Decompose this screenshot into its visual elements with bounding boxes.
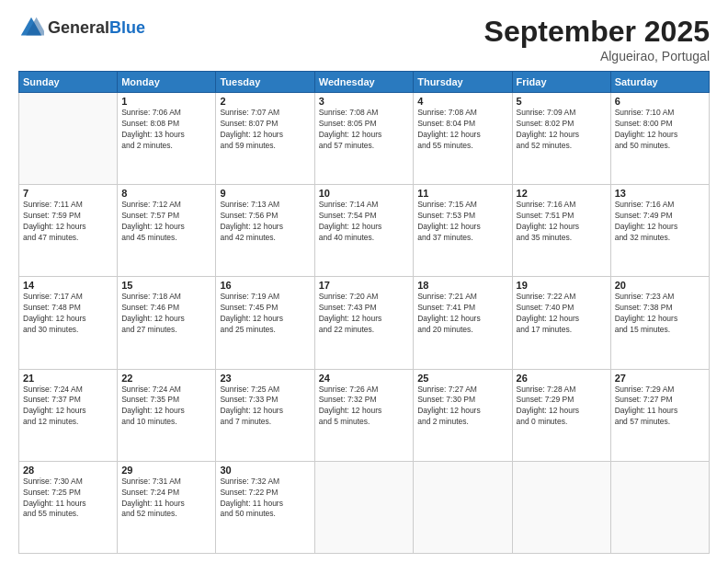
day-info: Sunrise: 7:27 AM Sunset: 7:30 PM Dayligh… (417, 385, 507, 429)
day-number: 26 (517, 373, 607, 384)
day-info: Sunrise: 7:16 AM Sunset: 7:49 PM Dayligh… (615, 200, 705, 244)
day-of-week-header: Sunday (19, 72, 118, 93)
day-number: 18 (417, 280, 507, 291)
calendar-cell: 24Sunrise: 7:26 AM Sunset: 7:32 PM Dayli… (314, 369, 413, 461)
day-number: 9 (220, 188, 310, 199)
calendar-week-row: 7Sunrise: 7:11 AM Sunset: 7:59 PM Daylig… (19, 185, 710, 277)
calendar-cell: 16Sunrise: 7:19 AM Sunset: 7:45 PM Dayli… (216, 277, 314, 369)
day-info: Sunrise: 7:14 AM Sunset: 7:54 PM Dayligh… (319, 200, 409, 244)
day-info: Sunrise: 7:24 AM Sunset: 7:35 PM Dayligh… (121, 385, 211, 429)
day-number: 3 (319, 96, 409, 107)
calendar-cell: 19Sunrise: 7:22 AM Sunset: 7:40 PM Dayli… (512, 277, 610, 369)
calendar-cell (19, 93, 118, 185)
day-info: Sunrise: 7:22 AM Sunset: 7:40 PM Dayligh… (517, 292, 607, 336)
day-number: 30 (220, 465, 310, 476)
calendar-cell: 17Sunrise: 7:20 AM Sunset: 7:43 PM Dayli… (314, 277, 413, 369)
day-info: Sunrise: 7:21 AM Sunset: 7:41 PM Dayligh… (417, 292, 507, 336)
calendar-cell: 7Sunrise: 7:11 AM Sunset: 7:59 PM Daylig… (19, 185, 118, 277)
logo-icon (18, 15, 44, 40)
day-info: Sunrise: 7:11 AM Sunset: 7:59 PM Dayligh… (23, 200, 113, 244)
calendar-cell: 29Sunrise: 7:31 AM Sunset: 7:24 PM Dayli… (118, 461, 216, 553)
logo-general: General (48, 18, 109, 37)
day-of-week-header: Friday (512, 72, 610, 93)
day-number: 24 (319, 373, 409, 384)
calendar-title: September 2025 (484, 15, 710, 49)
day-number: 8 (121, 188, 211, 199)
calendar-cell (314, 461, 413, 553)
day-number: 7 (23, 188, 113, 199)
day-number: 28 (23, 465, 113, 476)
calendar-week-row: 14Sunrise: 7:17 AM Sunset: 7:48 PM Dayli… (19, 277, 710, 369)
day-number: 27 (615, 373, 705, 384)
day-number: 14 (23, 280, 113, 291)
day-info: Sunrise: 7:28 AM Sunset: 7:29 PM Dayligh… (517, 385, 607, 429)
calendar-cell: 22Sunrise: 7:24 AM Sunset: 7:35 PM Dayli… (118, 369, 216, 461)
day-info: Sunrise: 7:12 AM Sunset: 7:57 PM Dayligh… (121, 200, 211, 244)
day-of-week-header: Monday (118, 72, 216, 93)
day-info: Sunrise: 7:07 AM Sunset: 8:07 PM Dayligh… (220, 108, 310, 152)
calendar-cell: 27Sunrise: 7:29 AM Sunset: 7:27 PM Dayli… (610, 369, 709, 461)
day-number: 10 (319, 188, 409, 199)
calendar-cell: 18Sunrise: 7:21 AM Sunset: 7:41 PM Dayli… (414, 277, 512, 369)
calendar-cell: 20Sunrise: 7:23 AM Sunset: 7:38 PM Dayli… (610, 277, 709, 369)
day-number: 22 (121, 373, 211, 384)
day-number: 5 (517, 96, 607, 107)
calendar-week-row: 28Sunrise: 7:30 AM Sunset: 7:25 PM Dayli… (19, 461, 710, 553)
calendar-cell: 25Sunrise: 7:27 AM Sunset: 7:30 PM Dayli… (414, 369, 512, 461)
calendar-cell: 9Sunrise: 7:13 AM Sunset: 7:56 PM Daylig… (216, 185, 314, 277)
header: GeneralBlue September 2025 Algueirao, Po… (18, 15, 710, 63)
calendar-cell: 23Sunrise: 7:25 AM Sunset: 7:33 PM Dayli… (216, 369, 314, 461)
calendar-location: Algueirao, Portugal (484, 49, 710, 63)
calendar-cell: 15Sunrise: 7:18 AM Sunset: 7:46 PM Dayli… (118, 277, 216, 369)
calendar-cell: 10Sunrise: 7:14 AM Sunset: 7:54 PM Dayli… (314, 185, 413, 277)
day-info: Sunrise: 7:16 AM Sunset: 7:51 PM Dayligh… (517, 200, 607, 244)
day-number: 16 (220, 280, 310, 291)
day-number: 2 (220, 96, 310, 107)
day-number: 17 (319, 280, 409, 291)
day-number: 19 (517, 280, 607, 291)
day-number: 20 (615, 280, 705, 291)
day-info: Sunrise: 7:08 AM Sunset: 8:05 PM Dayligh… (319, 108, 409, 152)
calendar-cell: 2Sunrise: 7:07 AM Sunset: 8:07 PM Daylig… (216, 93, 314, 185)
day-of-week-header: Tuesday (216, 72, 314, 93)
day-of-week-header: Saturday (610, 72, 709, 93)
day-number: 21 (23, 373, 113, 384)
day-info: Sunrise: 7:32 AM Sunset: 7:22 PM Dayligh… (220, 477, 310, 521)
day-info: Sunrise: 7:17 AM Sunset: 7:48 PM Dayligh… (23, 292, 113, 336)
page: GeneralBlue September 2025 Algueirao, Po… (0, 0, 728, 563)
day-info: Sunrise: 7:19 AM Sunset: 7:45 PM Dayligh… (220, 292, 310, 336)
day-number: 23 (220, 373, 310, 384)
day-info: Sunrise: 7:25 AM Sunset: 7:33 PM Dayligh… (220, 385, 310, 429)
logo: GeneralBlue (18, 15, 145, 40)
calendar-cell (610, 461, 709, 553)
day-number: 29 (121, 465, 211, 476)
day-info: Sunrise: 7:10 AM Sunset: 8:00 PM Dayligh… (615, 108, 705, 152)
calendar-cell: 5Sunrise: 7:09 AM Sunset: 8:02 PM Daylig… (512, 93, 610, 185)
calendar-cell: 14Sunrise: 7:17 AM Sunset: 7:48 PM Dayli… (19, 277, 118, 369)
calendar-cell: 13Sunrise: 7:16 AM Sunset: 7:49 PM Dayli… (610, 185, 709, 277)
day-info: Sunrise: 7:20 AM Sunset: 7:43 PM Dayligh… (319, 292, 409, 336)
day-number: 11 (417, 188, 507, 199)
day-info: Sunrise: 7:08 AM Sunset: 8:04 PM Dayligh… (417, 108, 507, 152)
calendar-cell: 4Sunrise: 7:08 AM Sunset: 8:04 PM Daylig… (414, 93, 512, 185)
day-info: Sunrise: 7:15 AM Sunset: 7:53 PM Dayligh… (417, 200, 507, 244)
day-of-week-header: Wednesday (314, 72, 413, 93)
day-info: Sunrise: 7:26 AM Sunset: 7:32 PM Dayligh… (319, 385, 409, 429)
calendar-cell: 26Sunrise: 7:28 AM Sunset: 7:29 PM Dayli… (512, 369, 610, 461)
day-info: Sunrise: 7:24 AM Sunset: 7:37 PM Dayligh… (23, 385, 113, 429)
calendar-cell: 3Sunrise: 7:08 AM Sunset: 8:05 PM Daylig… (314, 93, 413, 185)
calendar-cell: 8Sunrise: 7:12 AM Sunset: 7:57 PM Daylig… (118, 185, 216, 277)
day-number: 4 (417, 96, 507, 107)
day-info: Sunrise: 7:29 AM Sunset: 7:27 PM Dayligh… (615, 385, 705, 429)
day-number: 13 (615, 188, 705, 199)
day-number: 25 (417, 373, 507, 384)
calendar-table: SundayMondayTuesdayWednesdayThursdayFrid… (18, 71, 710, 554)
calendar-cell (512, 461, 610, 553)
calendar-cell (414, 461, 512, 553)
day-number: 6 (615, 96, 705, 107)
calendar-cell: 11Sunrise: 7:15 AM Sunset: 7:53 PM Dayli… (414, 185, 512, 277)
calendar-cell: 30Sunrise: 7:32 AM Sunset: 7:22 PM Dayli… (216, 461, 314, 553)
title-block: September 2025 Algueirao, Portugal (484, 15, 710, 63)
day-info: Sunrise: 7:18 AM Sunset: 7:46 PM Dayligh… (121, 292, 211, 336)
day-info: Sunrise: 7:09 AM Sunset: 8:02 PM Dayligh… (517, 108, 607, 152)
